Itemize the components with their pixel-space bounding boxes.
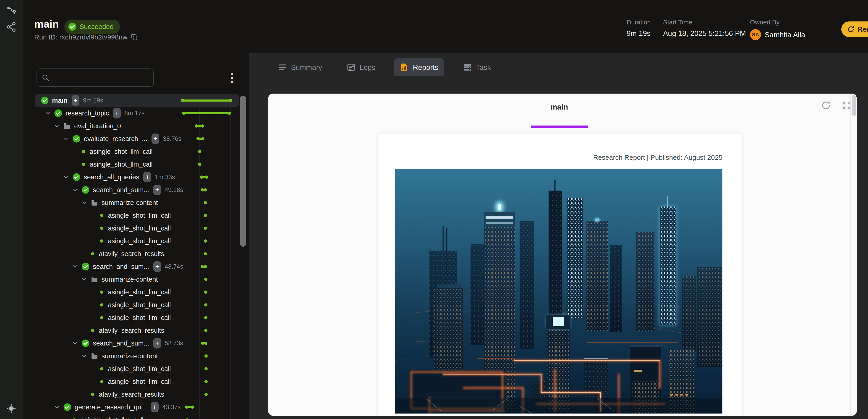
tree-row-eval_iteration_0[interactable]: eval_iteration_0 (35, 120, 239, 132)
tree-search[interactable] (36, 68, 154, 87)
tree-row-asingle_shot_llm_call[interactable]: asingle_shot_llm_call (35, 235, 239, 247)
chevron-down-icon[interactable] (72, 187, 78, 193)
chevron-down-icon[interactable] (54, 123, 60, 129)
chevron-down-icon[interactable] (54, 404, 60, 410)
tree-row-asingle_shot_llm_call[interactable]: asingle_shot_llm_call (35, 222, 239, 235)
tree-row-summarize-content[interactable]: summarize-content (35, 196, 239, 209)
owner-name: Samhita Alla (765, 31, 805, 39)
expand-icon[interactable] (841, 100, 851, 111)
tree-row-asingle_shot_llm_call[interactable]: asingle_shot_llm_call (35, 311, 239, 324)
expand-inputs-plus-badge[interactable]: + (143, 172, 151, 182)
tree-item-label: search_and_sum... (93, 186, 149, 194)
tab-task[interactable]: Task (457, 58, 496, 76)
tree-row-atavily_search_results[interactable]: atavily_search_results (35, 388, 239, 401)
timeline-dot (198, 163, 201, 166)
chevron-down-icon[interactable] (72, 340, 78, 347)
refresh-icon[interactable] (820, 100, 832, 111)
tree-row-asingle_shot_llm_call[interactable]: asingle_shot_llm_call (35, 145, 239, 158)
tree-options-kebab-icon[interactable] (226, 72, 238, 84)
chevron-down-icon[interactable] (44, 110, 51, 116)
expand-inputs-plus-badge[interactable]: + (113, 108, 121, 118)
owned-by-value: SA Samhita Alla (750, 29, 805, 40)
chevron-down-icon[interactable] (81, 353, 87, 359)
expand-inputs-plus-badge[interactable]: + (152, 133, 159, 144)
leaf-status-dot (100, 316, 103, 319)
tab-reports[interactable]: Reports (394, 58, 444, 76)
tree-row-search_and_sum[interactable]: search_and_sum...+48.74s (35, 260, 239, 273)
chevron-down-icon[interactable] (81, 276, 87, 282)
timeline-track (180, 120, 235, 132)
tree-item-label: main (52, 97, 67, 104)
timeline-dot (204, 214, 207, 217)
tree-row-evaluate_research_[interactable]: evaluate_research_...+38.76s (35, 132, 239, 145)
tree-row-asingle_shot_llm_call[interactable]: asingle_shot_llm_call (35, 158, 239, 171)
status-badge: Succeeded (64, 20, 120, 34)
tree-scrollbar[interactable] (240, 96, 246, 247)
tree-row-asingle_shot_llm_call[interactable]: asingle_shot_llm_call (35, 375, 239, 388)
timeline-dot (198, 150, 201, 153)
leaf-status-dot (100, 303, 103, 306)
tree-row-generate_research_qu[interactable]: generate_research_qu...+43.37s (35, 401, 239, 414)
duration-text: 43.37s (162, 404, 181, 411)
tree-row-main[interactable]: main+9m 19s (35, 94, 239, 107)
tree-item-label: asingle_shot_llm_call (108, 378, 171, 385)
folder-icon (63, 122, 71, 130)
tree-row-asingle_shot_llm_call[interactable]: asingle_shot_llm_call (35, 286, 239, 299)
tree-item-label: asingle_shot_llm_call (108, 225, 171, 232)
duration-label: Duration (627, 19, 651, 26)
chevron-down-icon[interactable] (63, 136, 69, 142)
timeline-dot (204, 227, 207, 230)
leaf-status-dot (100, 214, 103, 217)
tree-item-label: asingle_shot_llm_call (108, 314, 171, 322)
chevron-down-icon[interactable] (72, 263, 78, 270)
chevron-down-icon[interactable] (81, 200, 87, 206)
tree-item-label: asingle_shot_llm_call (108, 365, 171, 373)
status-success-icon (41, 96, 49, 104)
run-title: main (34, 18, 59, 30)
tree-row-asingle_shot_llm_call[interactable]: asingle_shot_llm_call (35, 209, 239, 222)
workflow-icon[interactable] (6, 5, 17, 17)
theme-sun-icon[interactable] (6, 403, 17, 414)
timeline-track (180, 273, 235, 286)
tab-label: Task (476, 63, 491, 72)
expand-inputs-plus-badge[interactable]: + (153, 185, 161, 195)
timeline-dot (204, 329, 208, 332)
report-tab-title[interactable]: main (268, 103, 850, 111)
tree-row-search_and_sum[interactable]: search_and_sum...+58.73s (35, 337, 239, 350)
timeline-track (180, 388, 235, 401)
expand-inputs-plus-badge[interactable]: + (153, 338, 161, 349)
timeline-track (180, 324, 235, 337)
expand-inputs-plus-badge[interactable]: + (72, 95, 80, 106)
meta-owned-by: Owned By SA Samhita Alla (750, 19, 805, 40)
tree-item-label: summarize-content (101, 352, 158, 360)
tree-row-search_and_sum[interactable]: search_and_sum...+49.18s (35, 183, 239, 196)
card-scrollbar[interactable] (852, 95, 856, 116)
tree-row-asingle_shot_llm_call[interactable]: asingle_shot_llm_call (35, 362, 239, 375)
tab-summary[interactable]: Summary (272, 58, 328, 76)
tree-row-atavily_search_results[interactable]: atavily_search_results (35, 247, 239, 260)
tab-logs[interactable]: Logs (341, 58, 381, 76)
tree-row-research_topic[interactable]: research_topic+8m 17s (35, 107, 239, 120)
timeline-track (180, 401, 235, 414)
chevron-down-icon[interactable] (63, 174, 69, 180)
folder-icon (91, 352, 98, 360)
expand-inputs-plus-badge[interactable]: + (153, 261, 161, 272)
timeline-dot (204, 239, 207, 243)
meta-start-time: Start Time Aug 18, 2025 5:21:56 PM (663, 19, 746, 38)
tree-row-asingle_shot_llm_call[interactable]: asingle_shot_llm_call (35, 414, 239, 419)
tree-row-summarize-content[interactable]: summarize-content (35, 350, 239, 362)
tree-row-asingle_shot_llm_call[interactable]: asingle_shot_llm_call (35, 299, 239, 311)
timeline-track (180, 375, 235, 388)
duration-text: 9m 19s (83, 97, 103, 104)
timeline-track (180, 171, 235, 183)
expand-inputs-plus-badge[interactable]: + (151, 402, 159, 412)
tree-row-search_all_queries[interactable]: search_all_queries+1m 33s (35, 171, 239, 183)
search-input[interactable] (53, 73, 149, 82)
share-icon[interactable] (6, 22, 17, 32)
timeline-track (180, 260, 235, 273)
tree-row-atavily_search_results[interactable]: atavily_search_results (35, 324, 239, 337)
rerun-button[interactable]: Rerun (841, 22, 868, 37)
timeline-endpoint (195, 124, 198, 127)
copy-icon[interactable] (131, 34, 138, 41)
tree-row-summarize-content[interactable]: summarize-content (35, 273, 239, 286)
